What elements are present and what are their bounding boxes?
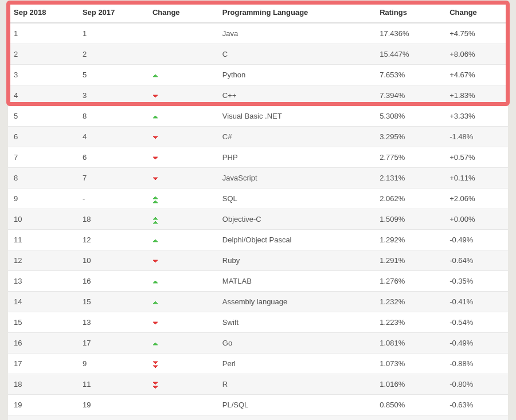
cell-rank-2017: 16 [77,271,147,292]
cell-change-direction [147,415,217,421]
table-row: 179Perl1.073%-0.88% [8,354,508,374]
chevron-down-icon [153,93,158,99]
table-row: 1018Objective-C1.509%+0.00% [8,209,508,230]
cell-rank-2017: 8 [77,106,147,127]
cell-rank-2017: 14 [77,415,147,421]
table-row: 1316MATLAB1.276%-0.35% [8,271,508,292]
cell-change-percent: +2.06% [444,189,508,209]
cell-change-percent: +8.06% [444,44,508,65]
cell-change-direction [147,374,217,395]
cell-rank-2018: 2 [8,44,77,65]
chevron-up-icon [153,114,158,120]
chevron-down-icon [153,135,158,140]
cell-rating: 0.850% [374,395,444,415]
cell-change-percent: -1.48% [444,127,508,147]
chevron-up-icon [153,219,158,225]
cell-change-direction [147,354,217,374]
cell-rank-2018: 8 [8,168,77,189]
cell-rating: 1.232% [374,292,444,312]
cell-rank-2017: 13 [77,312,147,333]
double-chevron-down-icon [153,380,212,390]
cell-rank-2017: 3 [77,85,147,106]
header-ratings[interactable]: Ratings [374,2,444,23]
chevron-down-icon [153,384,158,390]
cell-rank-2018: 5 [8,106,77,127]
chevron-up-icon [153,300,158,305]
header-change-percent[interactable]: Change [444,2,508,23]
chevron-up-icon [153,199,158,205]
cell-rank-2018: 17 [8,354,77,374]
cell-rank-2017: 11 [77,374,147,395]
cell-rank-2018: 7 [8,147,77,168]
chevron-down-icon [153,258,158,264]
cell-rank-2018: 11 [8,230,77,250]
cell-language: C# [217,127,374,147]
cell-change-direction [147,85,217,106]
cell-change-direction [147,147,217,168]
cell-language: MATLAB [217,271,374,292]
chevron-down-icon [153,364,158,370]
cell-rating: 5.308% [374,106,444,127]
table-row: 1919PL/SQL0.850%-0.63% [8,395,508,415]
table-row: 11Java17.436%+4.75% [8,23,508,44]
cell-rank-2017: 6 [77,147,147,168]
table-row: 1210Ruby1.291%-0.64% [8,250,508,271]
cell-change-direction [147,44,217,65]
header-sep2017[interactable]: Sep 2017 [77,2,147,23]
cell-change-percent: -0.88% [444,354,508,374]
table-row: 76PHP2.775%+0.57% [8,147,508,168]
cell-change-direction [147,333,217,354]
table-row: 87JavaScript2.131%+0.11% [8,168,508,189]
cell-rating: 15.447% [374,44,444,65]
header-change-direction[interactable]: Change [147,2,217,23]
cell-language: C [217,44,374,65]
cell-language: SQL [217,189,374,209]
cell-change-percent: +4.75% [444,23,508,44]
double-chevron-up-icon [153,215,212,225]
cell-language: Java [217,23,374,44]
cell-language: Perl [217,354,374,374]
cell-change-percent: +0.11% [444,168,508,189]
cell-change-direction [147,292,217,312]
cell-rating: 3.295% [374,127,444,147]
cell-rating: 1.509% [374,209,444,230]
cell-rank-2017: 9 [77,354,147,374]
cell-rating: 17.436% [374,23,444,44]
cell-rating: 2.775% [374,147,444,168]
header-language[interactable]: Programming Language [217,2,374,23]
cell-rating: 1.223% [374,312,444,333]
table-row: 1513Swift1.223%-0.54% [8,312,508,333]
cell-rank-2018: 9 [8,189,77,209]
cell-change-direction [147,271,217,292]
cell-rank-2018: 1 [8,23,77,44]
chevron-down-icon [153,320,158,326]
header-sep2018[interactable]: Sep 2018 [8,2,77,23]
cell-language: R [217,374,374,395]
cell-rank-2017: 12 [77,230,147,250]
cell-language: C++ [217,85,374,106]
ranking-table: Sep 2018 Sep 2017 Change Programming Lan… [8,2,508,420]
cell-change-percent: -0.63% [444,395,508,415]
table-row: 64C#3.295%-1.48% [8,127,508,147]
cell-change-direction [147,168,217,189]
cell-change-percent: -0.49% [444,333,508,354]
cell-rating: 0.682% [374,415,444,421]
table-row: 1617Go1.081%-0.49% [8,333,508,354]
cell-rank-2018: 14 [8,292,77,312]
cell-change-percent: -0.64% [444,250,508,271]
chevron-up-icon [153,341,158,347]
cell-change-percent: -0.49% [444,230,508,250]
cell-language: Python [217,65,374,85]
cell-language: Go [217,333,374,354]
cell-rank-2018: 18 [8,374,77,395]
chevron-down-icon [153,155,158,161]
table-row: 58Visual Basic .NET5.308%+3.33% [8,106,508,127]
cell-change-direction [147,127,217,147]
cell-change-percent: -0.54% [444,312,508,333]
cell-rank-2018: 16 [8,333,77,354]
cell-change-percent: +0.57% [444,147,508,168]
chevron-up-icon [153,238,158,244]
cell-rank-2018: 6 [8,127,77,147]
cell-rank-2017: 19 [77,395,147,415]
cell-rank-2017: 1 [77,23,147,44]
